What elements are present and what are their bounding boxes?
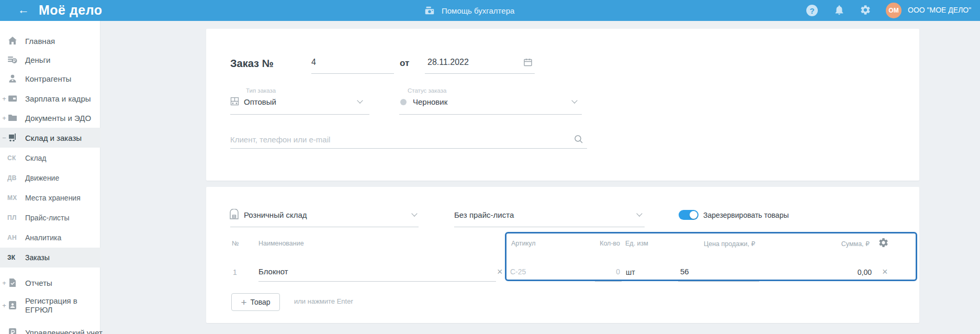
item-price-underline	[678, 281, 759, 282]
sidebar-item-label: Деньги	[25, 55, 50, 64]
sidebar-item-label: Движение	[25, 174, 59, 182]
handtruck-icon	[7, 132, 18, 143]
notifications-bell-icon[interactable]	[833, 4, 845, 16]
item-unit[interactable]: шт	[626, 268, 635, 276]
company-name[interactable]: ООО "МОЕ ДЕЛО"	[908, 6, 971, 14]
top-header: ← Моё дело Помощь бухгалтера ? ОМ ООО "М…	[0, 0, 980, 21]
sidebar-item-otchety[interactable]: + Отчеты	[0, 273, 100, 293]
sidebar-item-label: Контрагенты	[25, 74, 71, 83]
expand-plus-icon[interactable]: +	[2, 302, 7, 309]
order-date-underline	[425, 73, 535, 74]
sidebar-item-label: Управленческий учет	[25, 328, 103, 334]
order-type-underline	[230, 114, 369, 115]
col-header-num: №	[232, 240, 239, 247]
col-header-unit: Ед. изм	[625, 240, 648, 247]
add-item-button[interactable]: + Товар	[231, 293, 280, 311]
expand-plus-icon[interactable]: +	[2, 95, 7, 103]
home-icon	[7, 36, 18, 46]
subitem-code: СК	[7, 154, 16, 162]
delete-row-icon[interactable]: ×	[882, 267, 888, 276]
sidebar-item-label: Главная	[25, 37, 55, 46]
sidebar-item-label: Регистрация в ЕГРЮЛ	[25, 296, 93, 314]
item-qty-input[interactable]	[594, 268, 620, 276]
expand-plus-icon[interactable]: +	[2, 114, 7, 122]
plus-icon: +	[241, 297, 246, 307]
sidebar-item-label: Документы и ЭДО	[25, 114, 91, 123]
client-search-input[interactable]	[230, 135, 565, 144]
calendar-icon[interactable]	[523, 58, 533, 67]
sidebar-subitem-mesta-hraneniya[interactable]: МХ Места хранения	[0, 188, 100, 208]
table-settings-gear-icon[interactable]	[878, 237, 889, 248]
help-center-link[interactable]: Помощь бухгалтера	[424, 0, 514, 21]
warehouse-icon	[229, 209, 239, 220]
col-header-sum: Сумма, ₽	[816, 240, 870, 248]
col-header-article: Артикул	[511, 240, 536, 247]
collapse-minus-icon[interactable]: −	[2, 134, 7, 142]
reserve-label: Зарезервировать товары	[703, 211, 788, 219]
sidebar-item-label: Зарплата и кадры	[25, 94, 91, 103]
sidebar-item-upravlencheskiy-uchet[interactable]: Управленческий учет	[0, 322, 100, 334]
sidebar-item-kontragenty[interactable]: Контрагенты	[0, 69, 100, 88]
settings-gear-icon[interactable]	[860, 4, 871, 16]
sidebar-item-sklad-i-zakazy[interactable]: − Склад и заказы	[0, 128, 100, 148]
sidebar-item-label: Аналитика	[25, 233, 61, 242]
sidebar-item-dengi[interactable]: Деньги	[0, 50, 100, 70]
add-item-hint: или нажмите Enter	[294, 297, 353, 305]
order-number-underline	[311, 73, 394, 74]
subitem-code: ЗК	[7, 254, 15, 261]
back-arrow-icon[interactable]: ←	[18, 3, 29, 17]
chevron-down-icon[interactable]	[571, 97, 577, 103]
sidebar-subitem-analitika[interactable]: АН Аналитика	[0, 228, 100, 248]
client-underline	[230, 148, 587, 149]
sidebar-item-registraciya-egryul[interactable]: + Регистрация в ЕГРЮЛ	[0, 293, 100, 317]
help-center-label: Помощь бухгалтера	[442, 6, 514, 15]
sidebar-subitem-dvizhenie[interactable]: ДВ Движение	[0, 168, 100, 188]
order-date-input[interactable]	[427, 58, 516, 67]
money-icon	[7, 54, 18, 65]
sidebar-subitem-prays-listy[interactable]: ПЛ Прайс-листы	[0, 208, 100, 228]
wallet-icon	[7, 93, 18, 104]
order-type-icon	[230, 97, 239, 106]
sidebar-subitem-sklad[interactable]: СК Склад	[0, 148, 100, 168]
help-icon[interactable]: ?	[806, 5, 818, 16]
registration-doc-icon	[7, 300, 18, 310]
subitem-code: ПЛ	[7, 214, 17, 221]
sidebar-item-label: Склад и заказы	[25, 133, 82, 142]
pricelist-select-value[interactable]: Без прайс-листа	[454, 210, 514, 219]
item-article-input[interactable]	[510, 268, 568, 276]
item-price-input[interactable]	[680, 267, 759, 276]
order-items-panel: Розничный склад Без прайс-листа Зарезерв…	[206, 187, 919, 323]
reserve-toggle[interactable]	[679, 210, 699, 220]
app-logo[interactable]: Моё дело	[39, 3, 103, 18]
add-item-label: Товар	[251, 298, 271, 306]
subitem-code: ДВ	[7, 174, 17, 182]
chevron-down-icon[interactable]	[357, 97, 363, 103]
status-dot-icon	[400, 99, 407, 105]
col-header-price: Цена продажи, ₽	[704, 240, 755, 248]
sidebar-item-label: Заказы	[25, 253, 50, 262]
col-header-name: Наименование	[258, 240, 304, 247]
sidebar-item-zarplata[interactable]: + Зарплата и кадры	[0, 88, 100, 108]
order-number-input[interactable]	[311, 58, 394, 67]
chevron-down-icon[interactable]	[636, 210, 642, 216]
expand-plus-icon[interactable]: +	[2, 279, 7, 287]
order-status-value[interactable]: Черновик	[413, 97, 447, 106]
sidebar-subitem-zakazy[interactable]: ЗК Заказы	[0, 248, 100, 268]
order-type-value[interactable]: Оптовый	[244, 97, 276, 106]
clear-name-icon[interactable]: ×	[497, 267, 503, 276]
warehouse-select-value[interactable]: Розничный склад	[244, 210, 307, 219]
sidebar-item-dokumenty[interactable]: + Документы и ЭДО	[0, 108, 100, 128]
sidebar-item-label: Отчеты	[25, 279, 52, 287]
item-sum: 0,00	[816, 268, 872, 276]
toggle-knob	[690, 211, 697, 219]
sidebar-item-glavnaya[interactable]: Главная	[0, 31, 100, 51]
chevron-down-icon[interactable]	[411, 210, 417, 216]
sidebar-item-label: Места хранения	[25, 194, 81, 202]
item-name-input[interactable]	[258, 267, 489, 276]
order-from-label: от	[400, 58, 409, 69]
search-icon[interactable]	[573, 134, 584, 144]
report-check-icon	[7, 277, 18, 288]
sidebar-item-label: Прайс-листы	[25, 214, 70, 222]
subitem-code: АН	[7, 234, 17, 241]
user-avatar[interactable]: ОМ	[886, 3, 902, 18]
